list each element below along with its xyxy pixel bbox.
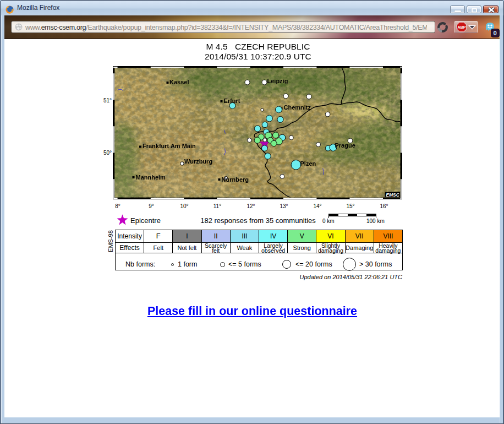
svg-text:Mannheim: Mannheim — [136, 174, 166, 181]
svg-text:Erfurt: Erfurt — [224, 97, 240, 104]
svg-text:Wurzburg: Wurzburg — [184, 158, 212, 165]
svg-text:Prague: Prague — [335, 142, 355, 149]
svg-text:Frankfurt Am Main: Frankfurt Am Main — [143, 143, 196, 149]
svg-text:EMSC: EMSC — [386, 192, 399, 198]
svg-text:Chemnitz: Chemnitz — [284, 104, 311, 111]
svg-text:Plzen: Plzen — [300, 160, 316, 167]
svg-text:Kassel: Kassel — [169, 79, 189, 85]
svg-text:Nurnberg: Nurnberg — [222, 176, 249, 183]
svg-text:ABP: ABP — [457, 25, 465, 30]
svg-text:Leipzig: Leipzig — [267, 78, 288, 84]
